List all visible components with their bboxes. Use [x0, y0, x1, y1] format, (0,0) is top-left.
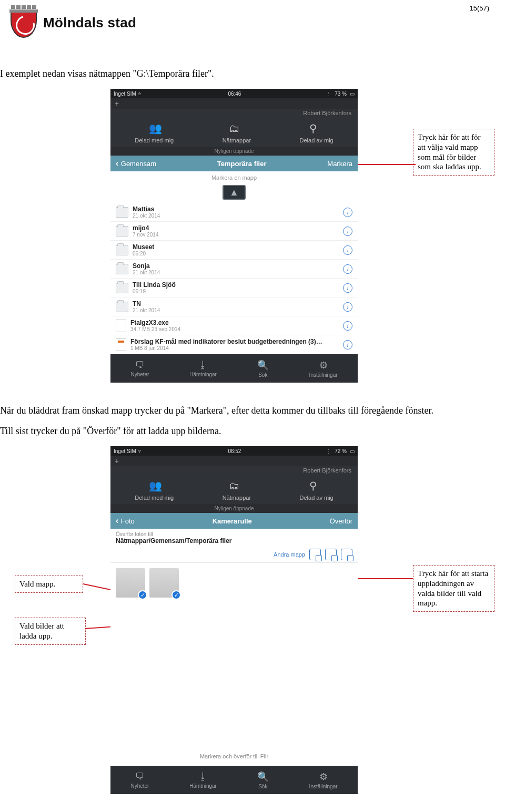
- status-bar: Inget SIM ᯤ 06:52 ⋮ 72 % ▭: [110, 446, 358, 456]
- paragraph-3: Till sist trycker du på "Överför" för at…: [0, 426, 505, 437]
- tab-shared-by-me[interactable]: Delad av mig: [300, 137, 334, 143]
- tab-news[interactable]: 🗨Nyheter: [130, 771, 149, 789]
- battery-icon: ▭: [350, 448, 355, 454]
- back-button[interactable]: Foto: [116, 516, 135, 526]
- folder-option-icon[interactable]: [325, 549, 337, 560]
- mark-folder-hint: Markera en mapp: [110, 171, 358, 183]
- tab-net-folders[interactable]: Nätmappar: [223, 495, 251, 501]
- info-icon[interactable]: i: [343, 340, 352, 350]
- user-name[interactable]: Robert Björkenfors: [110, 466, 358, 475]
- list-item[interactable]: Museet06:20 i: [110, 241, 358, 260]
- folder-option-icon[interactable]: [309, 549, 321, 560]
- net-folders-icon[interactable]: 🗂: [224, 120, 245, 136]
- callout-selected-images: Vald bilder att ladda upp.: [15, 618, 86, 645]
- add-button[interactable]: +: [110, 456, 358, 466]
- info-icon[interactable]: i: [343, 227, 352, 236]
- shared-by-me-icon[interactable]: ⚲: [302, 478, 324, 494]
- list-item[interactable]: FtalgzX3.exe34,7 MB 23 sep 2014 i: [110, 316, 358, 335]
- photo-thumbnail[interactable]: ✓: [116, 568, 145, 598]
- transfer-note: Markera och överför till Filr: [110, 747, 358, 766]
- mark-button[interactable]: Markera: [327, 160, 352, 168]
- list-item[interactable]: TN21 okt 2014 i: [110, 297, 358, 316]
- net-folders-icon[interactable]: 🗂: [224, 478, 245, 494]
- folder-icon: [116, 283, 128, 293]
- tab-settings[interactable]: ⚙Inställningar: [309, 771, 338, 789]
- tab-shared-by-me[interactable]: Delad av mig: [300, 495, 334, 501]
- info-icon[interactable]: i: [343, 208, 352, 217]
- folder-icon: [116, 245, 128, 255]
- shared-with-me-icon[interactable]: 👥: [145, 120, 166, 136]
- bottom-bar: 🗨Nyheter ⭳Hämtningar 🔍Sök ⚙Inställningar: [110, 766, 358, 794]
- sim-status: Inget SIM ᯤ: [114, 448, 143, 454]
- page-header: 15(57) Mölndals stad: [0, 0, 505, 38]
- list-item[interactable]: Mattias21 okt 2014 i: [110, 203, 358, 222]
- clock: 06:52: [228, 448, 241, 454]
- list-item[interactable]: Sonja21 okt 2014 i: [110, 260, 358, 279]
- tab-downloads[interactable]: ⭳Hämtningar: [189, 359, 217, 377]
- clock: 06:46: [228, 91, 241, 97]
- sim-status: Inget SIM ᯤ: [114, 91, 143, 97]
- tab-net-folders[interactable]: Nätmappar: [223, 137, 251, 143]
- folder-title: Temporära filer: [217, 160, 267, 168]
- paragraph-1: I exemplet nedan visas nätmappen "G:\Tem…: [0, 68, 505, 79]
- shared-with-me-icon[interactable]: 👥: [145, 478, 166, 494]
- shield-icon: [11, 13, 37, 38]
- callout-selected-folder: Vald mapp.: [15, 575, 83, 593]
- callout-choose-folder: Tryck här för att för att välja vald map…: [413, 129, 494, 176]
- info-icon[interactable]: i: [343, 302, 352, 312]
- folder-option-icon[interactable]: [341, 549, 352, 560]
- list-item[interactable]: mijo47 nov 2014 i: [110, 222, 358, 241]
- file-icon: [116, 320, 126, 332]
- city-name: Mölndals stad: [43, 5, 136, 31]
- bluetooth-icon: ⋮: [326, 448, 331, 454]
- check-icon: ✓: [138, 590, 147, 600]
- check-icon: ✓: [171, 590, 181, 600]
- destination-label: Överför foton till: [110, 529, 358, 537]
- folder-nav-bar: Gemensam Temporära filer Markera: [110, 156, 358, 171]
- battery-icon: ▭: [350, 91, 355, 97]
- info-icon[interactable]: i: [343, 321, 352, 331]
- tab-search[interactable]: 🔍Sök: [257, 359, 269, 378]
- info-icon[interactable]: i: [343, 245, 352, 255]
- battery: 72 %: [335, 448, 347, 454]
- transfer-button[interactable]: Överför: [330, 517, 352, 525]
- tab-shared-with-me[interactable]: Delad med mig: [135, 495, 174, 501]
- folder-icon: [116, 302, 128, 312]
- battery: 73 %: [335, 91, 347, 97]
- folder-icon: [116, 226, 128, 237]
- list-item[interactable]: Till Linda Sjöö06:19 i: [110, 279, 358, 297]
- tab-shared-with-me[interactable]: Delad med mig: [135, 137, 174, 143]
- change-folder-button[interactable]: Ändra mapp: [274, 551, 305, 558]
- bluetooth-icon: ⋮: [326, 91, 331, 97]
- tab-settings[interactable]: ⚙Inställningar: [309, 359, 338, 378]
- tab-downloads[interactable]: ⭳Hämtningar: [189, 771, 217, 789]
- paragraph-2: När du bläddrat fram önskad mapp trycker…: [0, 405, 505, 416]
- back-button[interactable]: Gemensam: [116, 159, 156, 168]
- info-icon[interactable]: i: [343, 283, 352, 293]
- info-icon[interactable]: i: [343, 264, 352, 274]
- callout-start-upload: Tryck här för att starta uppladdningen a…: [413, 565, 494, 612]
- tab-news[interactable]: 🗨Nyheter: [130, 359, 149, 377]
- screenshot-2: Inget SIM ᯤ 06:52 ⋮ 72 % ▭ + Robert Björ…: [110, 446, 358, 794]
- photo-thumbnail[interactable]: ✓: [149, 568, 179, 598]
- list-item[interactable]: Förslag KF-mål med indikatorer beslut bu…: [110, 335, 358, 354]
- recent-label: Nyligen öppnade: [110, 504, 358, 513]
- folder-icon: [116, 207, 128, 218]
- user-name[interactable]: Robert Björkenfors: [110, 109, 358, 117]
- destination-path: Nätmappar/Gemensam/Temporära filer: [110, 537, 358, 547]
- city-logo: Mölndals stad: [9, 5, 136, 38]
- recent-label: Nyligen öppnade: [110, 147, 358, 156]
- tab-search[interactable]: 🔍Sök: [257, 771, 269, 789]
- folder-icon: [116, 264, 128, 274]
- shared-by-me-icon[interactable]: ⚲: [302, 120, 324, 136]
- screenshot-1: Inget SIM ᯤ 06:46 ⋮ 73 % ▭ + Robert Björ…: [110, 89, 358, 383]
- photo-title: Kamerarulle: [213, 517, 252, 525]
- selected-thumbnails: ✓ ✓: [110, 563, 358, 610]
- status-bar: Inget SIM ᯤ 06:46 ⋮ 73 % ▭: [110, 89, 358, 98]
- scroll-up-icon[interactable]: ▲: [223, 185, 246, 200]
- bottom-bar: 🗨Nyheter ⭳Hämtningar 🔍Sök ⚙Inställningar: [110, 354, 358, 383]
- page-number: 15(57): [469, 4, 489, 12]
- photo-nav-bar: Foto Kamerarulle Överför: [110, 513, 358, 529]
- file-icon: [116, 338, 126, 351]
- add-button[interactable]: +: [110, 98, 358, 109]
